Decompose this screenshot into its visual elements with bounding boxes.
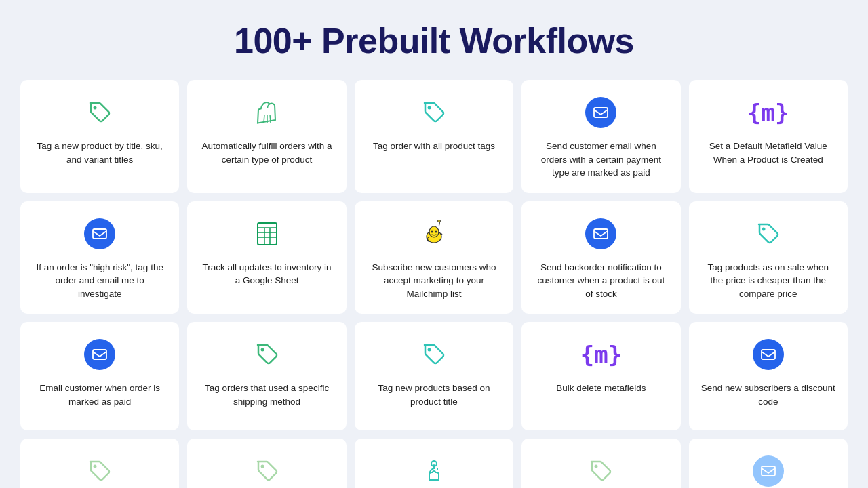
workflow-card-1[interactable]: Tag a new product by title, sku, and var… [20, 80, 179, 193]
workflow-card-9[interactable]: Send backorder notification to customer … [521, 201, 680, 314]
svg-rect-3 [93, 229, 106, 239]
svg-point-11 [762, 227, 765, 230]
card-icon-17 [250, 453, 285, 488]
card-icon-7 [250, 216, 285, 251]
workflow-card-14[interactable]: {m}Bulk delete metafields [521, 322, 680, 430]
workflow-card-16[interactable] [20, 439, 179, 488]
card-icon-6 [82, 216, 117, 251]
card-icon-12 [250, 337, 285, 372]
card-icon-16 [82, 453, 117, 488]
svg-point-8 [435, 230, 437, 232]
card-icon-3 [416, 95, 452, 130]
card-icon-4 [583, 95, 618, 130]
svg-point-13 [260, 348, 264, 352]
workflow-card-18[interactable] [355, 439, 513, 488]
svg-rect-2 [594, 108, 608, 117]
workflow-card-12[interactable]: Tag orders that used a specific shipping… [187, 322, 346, 430]
workflow-card-8[interactable]: Subscribe new customers who accept marke… [355, 201, 513, 314]
card-icon-1 [82, 95, 117, 130]
card-icon-8 [416, 216, 452, 251]
workflow-card-17[interactable] [187, 439, 346, 488]
card-icon-14: {m} [583, 337, 618, 372]
workflow-card-3[interactable]: Tag order with all product tags [355, 80, 513, 193]
svg-point-0 [94, 106, 97, 110]
svg-rect-15 [762, 350, 775, 359]
page-title: 100+ Prebuilt Workflows [20, 20, 848, 61]
card-icon-20 [751, 453, 786, 488]
card-text-2: Automatically fulfill orders with a cert… [199, 140, 334, 166]
card-icon-13 [416, 337, 452, 372]
card-text-3: Tag order with all product tags [373, 140, 495, 153]
workflow-card-4[interactable]: Send customer email when orders with a c… [521, 80, 680, 193]
card-icon-19 [583, 453, 618, 488]
card-icon-10 [751, 216, 786, 251]
card-text-15: Send new subscribers a discount code [701, 382, 835, 408]
workflow-card-5[interactable]: {m}Set a Default Metafield Value When a … [689, 80, 848, 193]
card-text-11: Email customer when order is marked as p… [33, 382, 167, 408]
card-icon-15 [751, 337, 786, 372]
svg-point-16 [94, 465, 97, 468]
workflow-card-2[interactable]: Automatically fulfill orders with a cert… [187, 80, 346, 193]
card-text-10: Tag products as on sale when the price i… [701, 261, 835, 301]
card-text-12: Tag orders that used a specific shipping… [199, 382, 334, 408]
card-icon-9 [583, 216, 618, 251]
card-icon-2 [250, 95, 285, 130]
workflow-card-15[interactable]: Send new subscribers a discount code [689, 322, 848, 430]
workflow-card-10[interactable]: Tag products as on sale when the price i… [689, 201, 848, 314]
svg-point-19 [595, 465, 598, 468]
workflow-card-6[interactable]: If an order is "high risk", tag the orde… [20, 201, 179, 314]
svg-point-14 [427, 348, 431, 352]
card-text-1: Tag a new product by title, sku, and var… [33, 140, 167, 166]
workflow-card-20[interactable] [689, 439, 848, 488]
card-icon-11 [82, 337, 117, 372]
card-text-5: Set a Default Metafield Value When a Pro… [701, 140, 835, 166]
workflow-card-11[interactable]: Email customer when order is marked as p… [20, 322, 179, 430]
card-icon-5: {m} [751, 95, 786, 130]
card-text-13: Tag new products based on product title [367, 382, 501, 408]
card-text-7: Track all updates to inventory in a Goog… [199, 261, 334, 287]
svg-rect-10 [594, 229, 608, 239]
workflow-grid: Tag a new product by title, sku, and var… [20, 80, 848, 488]
svg-rect-20 [762, 466, 775, 476]
card-text-4: Send customer email when orders with a c… [534, 140, 668, 180]
card-text-9: Send backorder notification to customer … [534, 261, 668, 301]
svg-point-1 [427, 106, 431, 110]
svg-point-7 [431, 230, 433, 232]
workflow-card-19[interactable] [521, 439, 680, 488]
page-wrapper: 100+ Prebuilt Workflows Tag a new produc… [0, 0, 868, 488]
card-icon-18 [416, 453, 452, 488]
svg-point-9 [437, 220, 440, 222]
card-text-6: If an order is "high risk", tag the orde… [33, 261, 167, 301]
svg-point-17 [260, 465, 264, 468]
card-text-14: Bulk delete metafields [556, 382, 646, 395]
svg-rect-4 [258, 223, 277, 245]
workflow-card-7[interactable]: Track all updates to inventory in a Goog… [187, 201, 346, 314]
workflow-card-13[interactable]: Tag new products based on product title [355, 322, 513, 430]
svg-rect-12 [93, 350, 106, 359]
card-text-8: Subscribe new customers who accept marke… [367, 261, 501, 301]
